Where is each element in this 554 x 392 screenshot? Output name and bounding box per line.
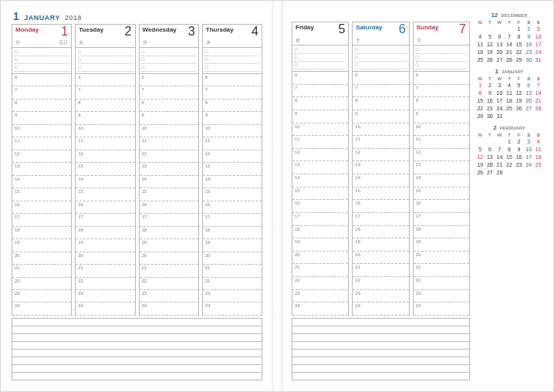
mini-dow: F	[515, 20, 523, 25]
day-kanji: 土	[356, 37, 360, 44]
mini-dow: F	[515, 133, 523, 137]
time-slot: 14	[12, 176, 71, 188]
day-kanji: 木	[206, 39, 211, 46]
time-slot: 12	[203, 150, 262, 163]
time-slot: 24	[76, 302, 134, 315]
mini-month-name: JANUARY	[502, 69, 524, 74]
time-slot: 10	[353, 123, 408, 137]
mini-day: 3	[534, 25, 542, 32]
right-week-pane: Friday5金□□□Saturday6土□□□Sunday7日□□□ 6789…	[292, 10, 470, 380]
mini-day: 11	[534, 146, 542, 153]
todo-line: □	[142, 65, 196, 72]
time-slot: 15	[353, 188, 408, 201]
time-slot: 13	[140, 163, 198, 175]
mini-day	[534, 169, 542, 176]
mini-day: 27	[486, 169, 495, 176]
mini-day	[534, 113, 542, 120]
time-slot: 20	[292, 252, 348, 265]
mini-day: 21	[495, 161, 504, 168]
time-slot: 17	[140, 214, 198, 226]
note-line	[12, 326, 262, 334]
mini-day: 3	[495, 82, 504, 89]
time-slot: 11	[414, 136, 469, 149]
time-slot: 22	[203, 278, 262, 290]
day-todo-box: □□□	[203, 48, 262, 74]
time-slot: 21	[292, 264, 348, 277]
mini-dow: S	[525, 133, 533, 137]
mini-dow: S	[534, 20, 542, 25]
day-kanji: 月	[15, 39, 20, 46]
mini-day: 10	[534, 33, 542, 40]
time-slot: 8	[414, 97, 469, 110]
time-slot: 10	[76, 125, 134, 137]
mini-day: 20	[486, 161, 495, 168]
mini-day: 5	[486, 33, 495, 40]
mini-day: 28	[495, 169, 504, 176]
mini-month-num: 2	[493, 124, 496, 131]
time-slot: 14	[140, 176, 198, 188]
mini-calendar: 2FEBRUARYMTWTFSS123456789101112131415161…	[476, 124, 542, 176]
time-slot: 14	[76, 176, 134, 188]
mini-day: 23	[486, 105, 495, 112]
day-header: Saturday6土	[353, 22, 408, 46]
mini-day	[505, 25, 514, 32]
mini-day: 8	[515, 33, 523, 40]
day-column: Thursday4木□□□	[202, 24, 262, 74]
note-line	[292, 334, 469, 342]
time-slot: 17	[203, 214, 262, 226]
mini-calendar-grid: MTWTFSS123456789101112131415161718192021…	[476, 76, 542, 120]
time-slot: 18	[292, 226, 348, 239]
note-line	[12, 350, 262, 357]
mini-day: 2	[525, 25, 533, 32]
time-slot: 23	[76, 290, 134, 302]
mini-day: 16	[525, 41, 533, 48]
mini-day: 18	[534, 154, 542, 161]
day-todo-box: □□□	[140, 48, 198, 74]
time-slot: 17	[292, 213, 348, 226]
mini-day: 23	[515, 161, 523, 168]
year: 2018	[65, 14, 82, 22]
time-slot: 11	[140, 137, 198, 150]
left-schedule-grid: 6789101112131415161718192021222324678910…	[12, 74, 262, 316]
time-slot: 13	[12, 163, 71, 175]
mini-day: 12	[515, 90, 523, 96]
time-slot: 8	[12, 100, 71, 112]
time-slot: 6	[203, 74, 262, 86]
mini-day: 3	[525, 138, 533, 145]
note-line	[12, 365, 262, 373]
time-slot: 18	[203, 227, 262, 239]
month-header: 1 JANUARY 2018	[12, 10, 262, 22]
time-slot: 17	[76, 214, 134, 226]
todo-line: □	[355, 55, 406, 62]
mini-day: 4	[534, 138, 542, 145]
time-slot: 11	[76, 137, 134, 150]
day-header: Sunday7日	[414, 22, 469, 46]
time-slot: 13	[292, 161, 348, 174]
mini-day: 14	[495, 154, 504, 161]
mini-day: 15	[505, 154, 514, 161]
time-slot: 8	[140, 100, 198, 112]
mini-dow: S	[525, 76, 533, 81]
time-slot: 12	[140, 150, 198, 163]
time-slot: 15	[414, 188, 469, 201]
mini-day: 14	[534, 90, 542, 96]
time-slot: 12	[414, 149, 469, 162]
time-slot: 13	[353, 161, 408, 174]
time-slot: 12	[353, 149, 408, 162]
mini-day	[476, 138, 485, 145]
time-slot: 23	[414, 290, 469, 303]
time-slot: 15	[12, 188, 71, 201]
mini-dow: T	[486, 133, 495, 137]
time-slot: 12	[76, 150, 134, 163]
time-slot: 7	[292, 85, 348, 98]
time-slot: 15	[140, 188, 198, 201]
mini-day: 5	[476, 146, 485, 153]
mini-day: 27	[525, 105, 533, 112]
mini-day: 13	[525, 90, 533, 96]
mini-dow: W	[495, 133, 504, 137]
time-slot: 15	[76, 188, 134, 201]
mini-calendar: 1JANUARYMTWTFSS1234567891011121314151617…	[476, 68, 542, 120]
time-slot: 9	[140, 112, 198, 124]
mini-day: 8	[476, 90, 485, 96]
day-note: 元日	[59, 39, 68, 46]
